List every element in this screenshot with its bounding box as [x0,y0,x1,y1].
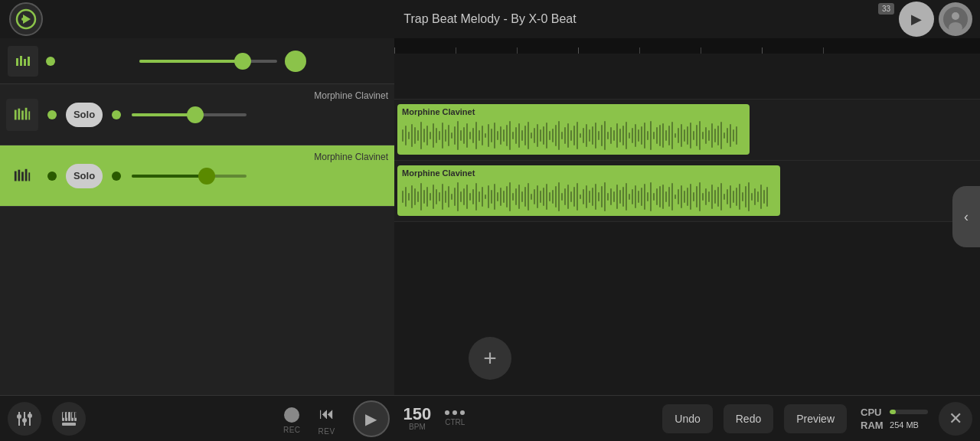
svg-rect-63 [537,124,538,147]
svg-rect-103 [659,125,661,146]
svg-rect-28 [430,132,431,139]
svg-rect-204 [632,189,633,204]
svg-rect-203 [629,194,630,200]
svg-rect-98 [644,122,645,149]
clip-2[interactable]: Morphine Clavinet [397,165,780,216]
track-1-arrangement-row[interactable]: Morphine Clavinet [394,100,980,161]
svg-rect-68 [552,129,554,142]
svg-rect-227 [702,193,704,201]
app-logo[interactable] [9,2,43,36]
track-2-solo-button[interactable]: Solo [66,164,103,188]
svg-rect-5 [16,58,18,66]
svg-rect-178 [552,190,554,204]
svg-rect-127 [733,129,734,142]
svg-rect-46 [485,133,486,138]
svg-rect-229 [708,191,710,202]
svg-rect-237 [733,191,734,203]
svg-rect-120 [711,123,713,148]
svg-rect-92 [626,122,627,149]
svg-rect-212 [656,188,658,205]
svg-rect-31 [439,131,440,140]
record-button[interactable]: REC [283,403,301,434]
bpm-display[interactable]: 150 BPM [403,406,432,431]
bottom-bar: REC ⏮ REV ▶ 150 BPM CTRL Undo Redo Previ… [0,395,980,441]
svg-rect-207 [641,188,642,206]
svg-rect-143 [445,191,446,203]
svg-rect-151 [469,193,471,201]
svg-rect-118 [705,127,707,144]
svg-rect-138 [430,193,431,201]
master-slider-wrap[interactable] [139,51,387,72]
svg-rect-82 [595,122,596,149]
svg-rect-129 [402,191,403,203]
svg-rect-91 [622,126,624,145]
svg-rect-169 [524,187,526,207]
clip-1[interactable]: Morphine Clavinet [397,104,750,155]
svg-rect-83 [598,131,599,140]
svg-rect-159 [494,184,495,210]
svg-rect-76 [577,122,578,149]
svg-rect-176 [546,184,547,210]
user-avatar[interactable] [939,2,972,36]
svg-rect-130 [405,187,407,207]
svg-rect-170 [528,183,529,211]
add-track-button[interactable]: + [469,337,511,380]
svg-rect-263 [75,412,77,418]
master-track: MASTER [0,38,394,84]
svg-rect-226 [699,182,701,211]
svg-rect-44 [479,130,480,141]
track-1-solo-button[interactable]: Solo [66,103,103,127]
svg-rect-240 [742,192,743,201]
svg-rect-163 [506,186,508,207]
transport-controls: REC ⏮ REV ▶ 150 BPM CTRL [283,400,465,437]
svg-rect-231 [714,190,716,204]
svg-rect-55 [512,132,514,139]
track-2-slider[interactable] [132,175,247,178]
svg-rect-140 [436,189,437,204]
svg-rect-124 [724,132,725,139]
piano-roll-button[interactable] [52,402,86,436]
svg-rect-223 [690,184,691,210]
track-2-icon[interactable] [6,160,38,192]
svg-rect-73 [567,123,569,148]
mixer-button[interactable] [8,402,41,436]
svg-rect-53 [506,125,508,146]
svg-rect-15 [18,169,20,181]
svg-rect-179 [555,186,557,207]
play-button[interactable]: ▶ [353,400,390,437]
preview-button[interactable]: Preview [784,404,847,433]
svg-rect-168 [521,191,523,202]
svg-rect-234 [724,194,725,200]
svg-rect-248 [766,187,768,207]
redo-button[interactable]: Redo [724,404,773,433]
track-1-icon[interactable] [6,99,38,131]
svg-rect-201 [622,187,624,207]
svg-rect-181 [561,193,563,201]
top-play-button[interactable]: ▶ [899,2,934,37]
svg-rect-40 [466,123,468,148]
track-2-arrangement-row[interactable]: Morphine Clavinet [394,161,980,222]
svg-point-1 [21,18,24,21]
svg-rect-101 [653,132,655,139]
collapse-arrow[interactable]: ‹ [952,186,980,247]
close-button[interactable]: ✕ [939,402,972,436]
ctrl-button[interactable]: CTRL [445,410,465,426]
svg-rect-38 [460,130,462,141]
track-1-slider[interactable] [132,113,247,116]
svg-rect-137 [426,187,428,207]
svg-rect-97 [641,126,642,145]
master-arrangement-row [394,54,980,100]
svg-point-254 [28,413,32,418]
clip-2-label: Morphine Clavinet [402,168,776,178]
svg-rect-87 [610,127,612,144]
master-volume-knob[interactable] [285,51,306,72]
svg-rect-64 [540,129,541,142]
rewind-button[interactable]: ⏮ REV [315,401,339,436]
svg-rect-196 [607,193,609,201]
svg-rect-39 [463,127,465,144]
svg-rect-12 [25,107,28,119]
svg-rect-187 [580,194,581,199]
svg-rect-115 [696,125,697,146]
svg-rect-50 [497,131,498,140]
undo-button[interactable]: Undo [662,404,712,433]
